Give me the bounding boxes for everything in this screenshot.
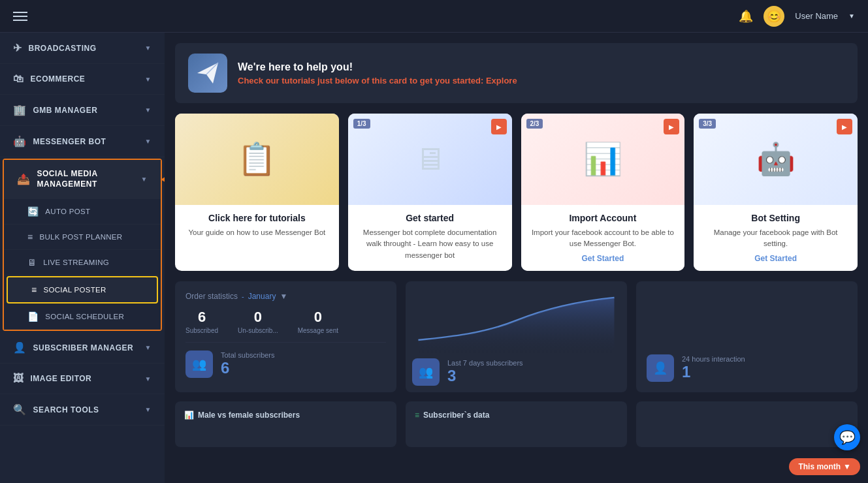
welcome-text-block: We're here to help you! Check our tutori…	[238, 61, 517, 86]
bottom-row: 📊 Male vs female subscribers ≡ Subscribe…	[175, 401, 858, 447]
welcome-icon	[188, 54, 227, 93]
sidebar-item-ecommerce[interactable]: 🛍 ECOMMERCE ▼	[0, 64, 165, 95]
auto-post-icon: 🔄	[27, 206, 39, 217]
welcome-title: We're here to help you!	[238, 61, 517, 73]
top-navigation: 🔔 😊 User Name ▼	[0, 0, 868, 33]
sidebar-item-subscriber-manager[interactable]: 👤 SUBSCRIBER MANAGER ▼	[0, 332, 165, 364]
gmb-icon: 🏢	[13, 104, 27, 116]
unsubscribed-value: 0	[238, 309, 278, 326]
total-sub-icon: 👥	[185, 351, 213, 378]
last7days-value: 3	[447, 367, 523, 385]
card-figure-get-started: 🖥	[414, 144, 445, 175]
welcome-subtitle: Check our tutorials just below of this c…	[238, 76, 517, 86]
message-sent-stat: 0 Message sent	[298, 309, 338, 334]
subitem-label-social-poster: SOCIAL POSTER	[43, 286, 106, 294]
card-tutorials[interactable]: 📋 Click here for tutorials Your guide on…	[175, 114, 339, 271]
gmb-arrow: ▼	[145, 106, 152, 114]
orange-arrow-decoration	[161, 172, 165, 187]
month-arrow[interactable]: ▼	[280, 292, 287, 301]
card-body-get-started: Get started Messenger bot complete docum…	[348, 205, 512, 269]
sidebar-item-broadcasting[interactable]: ✈ BROADCASTING ▼	[0, 33, 165, 64]
card-body-bot: Bot Setting Manage your facebook page wi…	[694, 205, 858, 271]
month-selector[interactable]: January	[248, 292, 276, 301]
main-content: We're here to help you! Check our tutori…	[165, 33, 868, 483]
welcome-banner: We're here to help you! Check our tutori…	[175, 43, 858, 103]
card-play-1[interactable]: ▶	[491, 119, 507, 134]
card-play-2[interactable]: ▶	[664, 119, 679, 134]
card-link-import[interactable]: Get Started	[529, 254, 677, 263]
card-play-3[interactable]: ▶	[837, 119, 852, 134]
card-badge-3: 3/3	[699, 119, 716, 129]
interaction-icon: 👤	[647, 354, 674, 382]
card-figure-bot: 🤖	[756, 144, 796, 175]
interaction-card: 👤 24 hours interaction 1	[636, 281, 858, 392]
message-sent-label: Message sent	[298, 327, 338, 334]
messenger-bot-icon: 🤖	[13, 135, 27, 148]
explore-link[interactable]: Explore	[486, 76, 517, 86]
sidebar-label-ecommerce: ECOMMERCE	[31, 74, 86, 84]
interaction-label: 24 hours interaction	[682, 355, 745, 363]
sidebar-item-image-editor[interactable]: 🖼 IMAGE EDITOR ▼	[0, 364, 165, 394]
username-dropdown-arrow[interactable]: ▼	[848, 12, 855, 20]
card-import-account[interactable]: 2/3 ▶ 📊 Import Account Import your faceb…	[521, 114, 685, 271]
paper-plane-svg	[195, 60, 221, 86]
subscribed-stat: 6 Subscribed	[185, 309, 218, 334]
subitem-label-live-streaming: LIVE STREAMING	[43, 258, 109, 266]
card-figure-tutorials: 📋	[237, 144, 276, 175]
hamburger-menu[interactable]	[13, 12, 27, 21]
avatar[interactable]: 😊	[764, 6, 784, 27]
chart-card: 👥 Last 7 days subscribers 3	[406, 281, 627, 392]
last7days-info: Last 7 days subscribers 3	[447, 359, 523, 385]
social-scheduler-icon: 📄	[27, 311, 39, 322]
subscriber-data-icon: ≡	[415, 411, 419, 420]
username-label[interactable]: User Name	[795, 11, 838, 21]
interaction-value: 1	[682, 363, 745, 381]
card-title-import: Import Account	[529, 213, 677, 223]
card-badge-1: 1/3	[353, 119, 370, 129]
male-female-card: 📊 Male vs female subscribers	[175, 401, 396, 447]
search-tools-icon: 🔍	[13, 403, 27, 416]
male-female-title: 📊 Male vs female subscribers	[184, 411, 387, 420]
live-streaming-icon: 🖥	[27, 257, 37, 268]
sidebar-subitem-live-streaming[interactable]: 🖥 LIVE STREAMING	[4, 250, 161, 275]
nav-right: 🔔 😊 User Name ▼	[739, 6, 855, 27]
messenger-bot-arrow: ▼	[145, 138, 152, 145]
sidebar-label-search-tools: SEARCH TOOLS	[33, 405, 99, 414]
card-link-bot[interactable]: Get Started	[701, 254, 850, 263]
card-bot-setting[interactable]: 3/3 ▶ 🤖 Bot Setting Manage your facebook…	[694, 114, 858, 271]
chat-bubble-button[interactable]: 💬	[834, 424, 860, 450]
male-female-label: Male vs female subscribers	[198, 411, 300, 420]
sidebar-item-gmb-manager[interactable]: 🏢 GMB MANAGER ▼	[0, 95, 165, 126]
subitem-label-auto-post: AUTO POST	[45, 208, 90, 215]
tutorial-cards-grid: 📋 Click here for tutorials Your guide on…	[175, 114, 858, 271]
broadcasting-icon: ✈	[13, 42, 22, 54]
sidebar-item-search-tools[interactable]: 🔍 SEARCH TOOLS ▼	[0, 394, 165, 426]
sidebar: ✈ BROADCASTING ▼ 🛍 ECOMMERCE ▼ 🏢 GMB MAN…	[0, 33, 165, 483]
bell-icon[interactable]: 🔔	[739, 9, 753, 23]
last7days-block: 👥 Last 7 days subscribers 3	[412, 358, 620, 386]
last7days-icon: 👥	[412, 358, 440, 386]
this-month-button[interactable]: This month ▼	[789, 458, 860, 475]
sidebar-subitem-social-poster[interactable]: ≡ SOCIAL POSTER	[7, 276, 158, 304]
sidebar-subitem-social-scheduler[interactable]: 📄 SOCIAL SCHEDULER	[4, 304, 161, 330]
stats-row: Order statistics - January ▼ 6 Subscribe…	[175, 281, 858, 392]
bulk-post-icon: ≡	[27, 232, 33, 242]
subscriber-data-label: Subscriber`s data	[423, 411, 489, 420]
message-sent-value: 0	[298, 309, 338, 326]
sidebar-item-social-media-management[interactable]: 📤 SOCIAL MEDIA MANAGEMENT ▼	[4, 160, 161, 199]
sidebar-subitem-auto-post[interactable]: 🔄 AUTO POST	[4, 199, 161, 225]
total-sub-label: Total subscribers	[221, 351, 275, 359]
interaction-info: 24 hours interaction 1	[682, 355, 745, 381]
sidebar-item-messenger-bot[interactable]: 🤖 MESSENGER BOT ▼	[0, 126, 165, 157]
image-editor-arrow: ▼	[145, 375, 152, 382]
nav-left	[13, 12, 27, 21]
welcome-subtitle-text: Check our tutorials just below of this c…	[238, 76, 483, 86]
broadcasting-arrow: ▼	[145, 44, 152, 52]
sidebar-subitem-bulk-post-planner[interactable]: ≡ BULK POST PLANNER	[4, 225, 161, 250]
sidebar-label-messenger-bot: MESSENGER BOT	[33, 137, 106, 146]
card-get-started[interactable]: 1/3 ▶ 🖥 Get started Messenger bot comple…	[348, 114, 512, 271]
unsubscribed-stat: 0 Un-subscrib...	[238, 309, 278, 334]
search-tools-arrow: ▼	[145, 406, 152, 413]
total-subscribers-block: 👥 Total subscribers 6	[185, 351, 386, 378]
bar-chart-icon: 📊	[184, 411, 194, 420]
